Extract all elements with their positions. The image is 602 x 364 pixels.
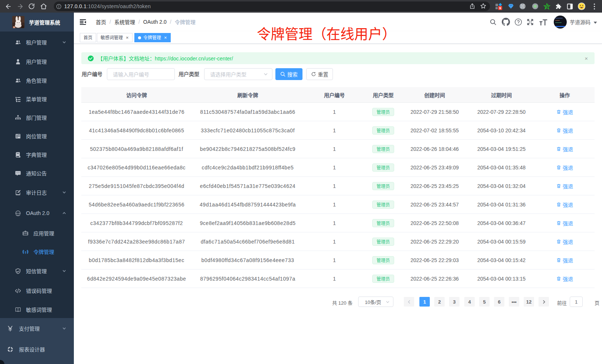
svg-text:9: 9 [499,6,501,10]
svg-text:⌘: ⌘ [520,4,524,9]
